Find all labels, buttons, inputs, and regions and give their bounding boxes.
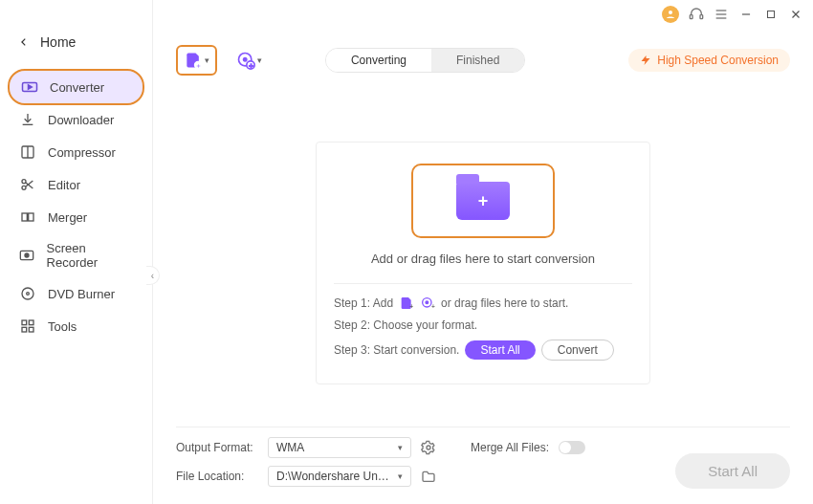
add-file-icon: ＋ [184, 51, 203, 70]
add-button-group: ＋ ▾ ＋ ▾ [176, 45, 268, 76]
steps-panel: Step 1: Add + + or drag files here to st… [334, 283, 632, 361]
add-file-button[interactable]: ＋ ▾ [176, 45, 217, 76]
download-icon [19, 111, 36, 128]
sidebar-nav: Converter Downloader Compressor Editor M… [0, 71, 152, 342]
sidebar-item-label: DVD Burner [48, 287, 115, 301]
step1-pre: Step 1: Add [334, 296, 393, 310]
svg-point-23 [25, 253, 29, 257]
file-location-select[interactable]: D:\Wondershare UniConverter 1 ▾ [268, 466, 411, 487]
svg-rect-27 [29, 320, 33, 325]
dropzone-text: Add or drag files here to start conversi… [334, 252, 632, 266]
sidebar-item-label: Downloader [48, 113, 114, 127]
sidebar-item-dvd-burner[interactable]: DVD Burner [0, 277, 152, 310]
svg-rect-29 [29, 327, 33, 332]
svg-rect-7 [768, 11, 775, 18]
sidebar-item-label: Tools [48, 319, 77, 334]
svg-point-39 [426, 301, 428, 304]
sidebar-item-label: Merger [48, 210, 87, 225]
dropzone: + Add or drag files here to start conver… [316, 142, 650, 384]
headset-icon[interactable] [689, 7, 704, 22]
sidebar-item-label: Converter [50, 80, 104, 95]
svg-rect-1 [690, 15, 692, 19]
tab-converting[interactable]: Converting [326, 49, 431, 72]
chevron-down-icon: ▾ [398, 443, 403, 452]
merge-toggle[interactable] [559, 441, 585, 454]
close-button[interactable] [788, 7, 803, 22]
sidebar: Home Converter Downloader Compressor Edi… [0, 0, 153, 504]
svg-point-41 [427, 446, 430, 449]
merger-icon [19, 208, 36, 226]
sidebar-item-merger[interactable]: Merger [0, 201, 152, 233]
chevron-down-icon: ▾ [398, 471, 403, 481]
grid-icon [19, 318, 36, 335]
svg-text:+: + [409, 303, 413, 310]
svg-rect-2 [700, 15, 703, 19]
svg-rect-28 [22, 327, 27, 332]
svg-text:+: + [431, 303, 435, 310]
disc-icon [19, 285, 36, 302]
file-location-label: File Location: [176, 470, 258, 483]
scissors-icon [19, 176, 36, 193]
lightning-icon [640, 55, 651, 66]
svg-rect-20 [29, 213, 33, 221]
step3-text: Step 3: Start conversion. [334, 343, 459, 357]
tabs-segmented: Converting Finished [325, 48, 525, 73]
svg-point-24 [22, 288, 33, 299]
sidebar-item-screen-recorder[interactable]: Screen Recorder [0, 233, 152, 277]
file-location-value: D:\Wondershare UniConverter 1 [276, 470, 391, 483]
svg-rect-26 [22, 320, 27, 325]
home-label: Home [40, 34, 76, 50]
folder-plus-icon: + [456, 182, 510, 220]
start-all-button[interactable]: Start All [675, 453, 790, 489]
add-disc-button[interactable]: ＋ ▾ [231, 47, 268, 74]
back-icon [19, 37, 29, 47]
output-format-select[interactable]: WMA ▾ [268, 437, 411, 458]
output-format-value: WMA [276, 441, 304, 454]
sidebar-item-label: Compressor [48, 145, 116, 160]
footer: Output Format: WMA ▾ Merge All Files: Fi… [176, 427, 790, 494]
chevron-down-icon: ▾ [257, 55, 262, 65]
sidebar-item-label: Screen Recorder [47, 241, 133, 270]
sidebar-item-label: Editor [48, 178, 80, 192]
step-1: Step 1: Add + + or drag files here to st… [334, 296, 632, 311]
convert-mini-button[interactable]: Convert [541, 340, 614, 361]
svg-point-0 [669, 11, 672, 14]
svg-text:＋: ＋ [195, 62, 202, 69]
high-speed-badge[interactable]: High Speed Conversion [628, 49, 790, 72]
recorder-icon [19, 247, 35, 264]
tab-finished[interactable]: Finished [431, 49, 524, 72]
window-titlebar [662, 6, 803, 23]
add-file-mini-icon[interactable]: + [399, 296, 414, 311]
svg-point-16 [22, 186, 26, 189]
sidebar-item-downloader[interactable]: Downloader [0, 103, 152, 136]
minimize-button[interactable] [738, 7, 754, 22]
svg-point-25 [27, 293, 30, 296]
svg-marker-36 [642, 55, 650, 65]
maximize-button[interactable] [763, 7, 779, 22]
sidebar-item-converter[interactable]: Converter [10, 71, 143, 103]
step-2: Step 2: Choose your format. [334, 318, 632, 332]
add-disc-icon: ＋ [236, 51, 255, 70]
sidebar-item-compressor[interactable]: Compressor [0, 136, 152, 168]
toolbar: ＋ ▾ ＋ ▾ Converting Finished High Speed C… [176, 40, 790, 80]
user-avatar[interactable] [662, 6, 679, 23]
svg-point-15 [22, 180, 26, 184]
step-3: Step 3: Start conversion. Start All Conv… [334, 340, 632, 361]
svg-rect-19 [22, 213, 27, 221]
svg-text:＋: ＋ [248, 62, 254, 69]
step1-post: or drag files here to start. [441, 296, 568, 310]
home-nav[interactable]: Home [0, 27, 152, 65]
add-disc-mini-icon[interactable]: + [420, 296, 435, 311]
add-files-dropzone[interactable]: + [411, 164, 555, 238]
menu-icon[interactable] [714, 7, 729, 22]
open-folder-icon[interactable] [421, 470, 436, 483]
merge-label: Merge All Files: [471, 441, 549, 454]
sidebar-item-editor[interactable]: Editor [0, 168, 152, 201]
settings-icon[interactable] [421, 440, 436, 455]
compressor-icon [19, 143, 36, 161]
start-all-mini-button[interactable]: Start All [465, 340, 535, 360]
svg-point-33 [244, 58, 247, 61]
high-speed-label: High Speed Conversion [657, 54, 779, 67]
sidebar-item-tools[interactable]: Tools [0, 310, 152, 342]
converter-icon [21, 78, 38, 96]
